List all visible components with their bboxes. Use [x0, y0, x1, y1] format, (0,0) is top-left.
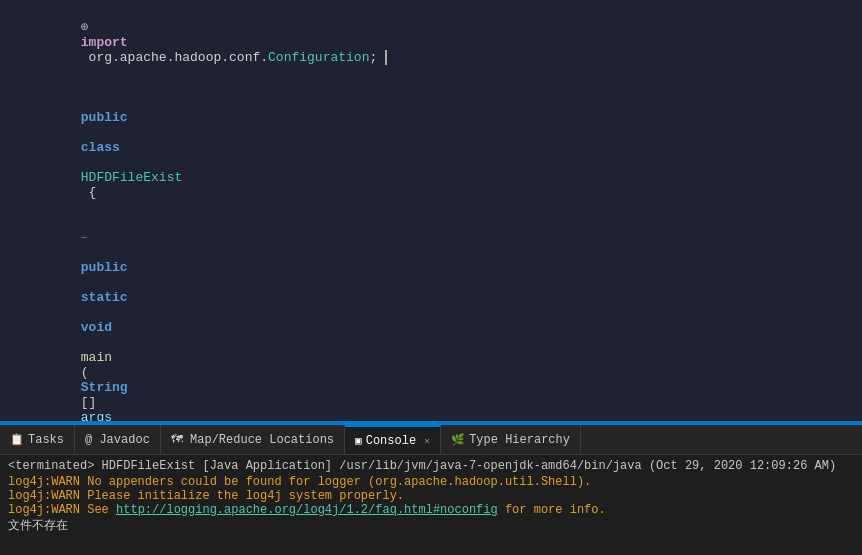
console-icon: ▣ [355, 434, 362, 447]
type-string: String [81, 380, 128, 395]
keyword-void: void [81, 320, 112, 335]
space2 [81, 95, 97, 110]
main-params: ( [81, 365, 89, 380]
tab-typehierarchy-label: Type Hierarchy [469, 433, 570, 447]
console-output-text: 文件不存在 [8, 519, 68, 533]
space-classname [81, 155, 89, 170]
bracket-args: [] [81, 395, 104, 410]
tab-tasks-label: Tasks [28, 433, 64, 447]
code-line-2: public class HDFDFileExist { [0, 80, 862, 215]
indent3 [81, 245, 104, 260]
tab-console[interactable]: ▣ Console ✕ [345, 425, 441, 454]
console-warn-2: log4j:WARN Please initialize the log4j s… [8, 489, 854, 503]
console-warn-3: log4j:WARN See http://logging.apache.org… [8, 503, 854, 517]
code-line-1: ⊕ import org.apache.hadoop.conf.Configur… [0, 4, 862, 80]
brace-open: { [81, 185, 97, 200]
code-editor[interactable]: ⊕ import org.apache.hadoop.conf.Configur… [0, 0, 862, 421]
expand-icon-1: ⊕ [81, 20, 89, 35]
tab-typehierarchy[interactable]: 🌿 Type Hierarchy [441, 425, 581, 454]
console-terminated-line: <terminated> HDFDFileExist [Java Applica… [8, 459, 854, 473]
s1 [81, 275, 89, 290]
console-panel: <terminated> HDFDFileExist [Java Applica… [0, 455, 862, 555]
typehierarchy-icon: 🌿 [451, 433, 465, 446]
console-warn-2-text: log4j:WARN Please initialize the log4j s… [8, 489, 404, 503]
console-link[interactable]: http://logging.apache.org/log4j/1.2/faq.… [116, 503, 498, 517]
console-terminated-text: <terminated> HDFDFileExist [Java Applica… [8, 459, 836, 473]
console-warn-3-text: log4j:WARN See http://logging.apache.org… [8, 503, 606, 517]
keyword-static: static [81, 290, 128, 305]
console-close[interactable]: ✕ [424, 435, 430, 447]
tab-bar: 📋 Tasks @ Javadoc 🗺 Map/Reduce Locations… [0, 425, 862, 455]
code-content-1: ⊕ import org.apache.hadoop.conf.Configur… [34, 4, 854, 80]
tab-javadoc[interactable]: @ Javadoc [75, 425, 161, 454]
import-class: Configuration [268, 50, 369, 65]
tab-console-label: Console [366, 434, 416, 448]
keyword-class: class [81, 140, 120, 155]
tab-mapreduce[interactable]: 🗺 Map/Reduce Locations [161, 425, 345, 454]
code-line-3: − public static void main ( String [] ar… [0, 215, 862, 421]
s3 [81, 335, 89, 350]
code-content-2: public class HDFDFileExist { [34, 80, 854, 215]
class-name: HDFDFileExist [81, 170, 182, 185]
cursor [377, 50, 387, 65]
tab-tasks[interactable]: 📋 Tasks [0, 425, 75, 454]
fold-icon-3: − [81, 232, 88, 244]
import-path: org.apache.hadoop.conf. [81, 50, 268, 65]
keyword-public: public [81, 110, 128, 125]
console-output-line: 文件不存在 [8, 517, 854, 534]
code-content-3: − public static void main ( String [] ar… [34, 215, 854, 421]
s2 [81, 305, 89, 320]
tasks-icon: 📋 [10, 433, 24, 446]
method-main: main [81, 350, 112, 365]
param-args: args [81, 410, 112, 421]
keyword-import: import [81, 35, 128, 50]
console-warn-1: log4j:WARN No appenders could be found f… [8, 475, 854, 489]
console-warn-1-text: log4j:WARN No appenders could be found f… [8, 475, 591, 489]
space-class [81, 125, 89, 140]
keyword-public2: public [81, 260, 128, 275]
tab-javadoc-label: @ Javadoc [85, 433, 150, 447]
tab-mapreduce-label: 🗺 Map/Reduce Locations [171, 432, 334, 447]
